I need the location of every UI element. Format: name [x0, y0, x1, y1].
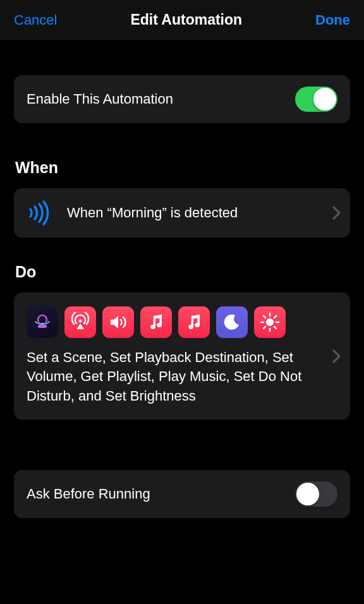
page-title: Edit Automation	[130, 11, 242, 28]
music-note-icon	[178, 306, 210, 338]
navigation-bar: Cancel Edit Automation Done	[0, 0, 364, 40]
svg-line-8	[264, 316, 265, 318]
when-section-title: When	[15, 159, 350, 177]
enable-automation-toggle[interactable]	[295, 87, 337, 112]
svg-rect-1	[38, 325, 47, 328]
ask-before-running-row: Ask Before Running	[14, 470, 350, 518]
svg-point-2	[79, 320, 82, 323]
moon-icon	[216, 306, 248, 338]
done-button[interactable]: Done	[315, 12, 350, 28]
do-actions-description: Set a Scene, Set Playback Destination, S…	[27, 348, 326, 406]
sound-wave-icon	[27, 200, 53, 226]
svg-line-9	[274, 327, 276, 329]
svg-line-10	[264, 327, 265, 329]
action-icons-row	[27, 306, 326, 338]
toggle-knob	[296, 483, 319, 505]
svg-line-11	[274, 316, 276, 318]
scene-icon	[27, 306, 58, 338]
svg-point-3	[266, 318, 274, 326]
volume-icon	[102, 306, 134, 338]
ask-before-running-toggle[interactable]	[295, 481, 337, 507]
do-actions-row[interactable]: Set a Scene, Set Playback Destination, S…	[14, 293, 350, 420]
when-trigger-row[interactable]: When “Morning” is detected	[14, 188, 350, 238]
toggle-knob	[313, 88, 336, 111]
enable-automation-label: Enable This Automation	[27, 91, 173, 107]
airplay-icon	[64, 306, 96, 338]
chevron-right-icon	[332, 206, 341, 220]
when-trigger-text: When “Morning” is detected	[67, 205, 318, 221]
do-section-title: Do	[15, 263, 350, 281]
ask-before-running-label: Ask Before Running	[27, 486, 150, 502]
cancel-button[interactable]: Cancel	[14, 12, 57, 28]
enable-automation-row: Enable This Automation	[14, 75, 350, 123]
chevron-right-icon	[332, 349, 341, 363]
music-note-icon	[140, 306, 172, 338]
brightness-icon	[254, 306, 286, 338]
